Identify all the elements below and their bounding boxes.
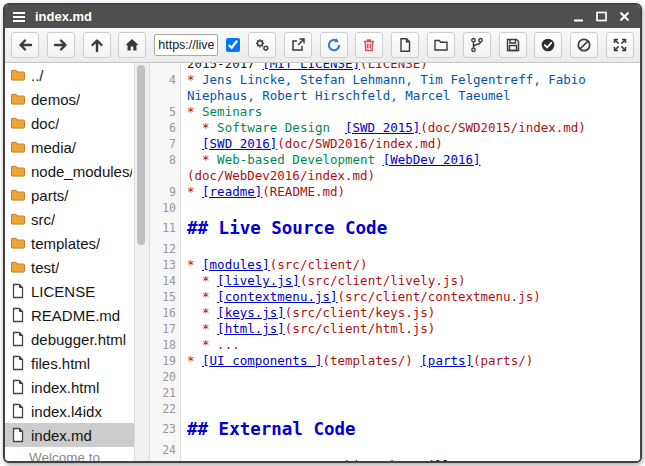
file-name: media/: [31, 139, 76, 156]
url-input[interactable]: [154, 34, 218, 56]
menu-icon[interactable]: [12, 11, 26, 23]
arrow-right-icon: [53, 37, 69, 53]
line-number: 11: [150, 216, 176, 241]
file-list-item-doc[interactable]: doc/: [5, 111, 134, 135]
line-number: 10: [150, 200, 176, 216]
code-line[interactable]: 18 * ...: [150, 337, 640, 353]
cancel-button[interactable]: [570, 32, 598, 58]
open-external-button[interactable]: [284, 32, 312, 58]
code-line[interactable]: 13* [modules](src/client/): [150, 257, 640, 273]
sidebar-scrollbar-thumb[interactable]: [137, 65, 145, 245]
minimize-button[interactable]: [572, 10, 585, 23]
code-editor[interactable]: 2015-2017 [MIT LICENSE](LICENSE)4* Jens …: [150, 63, 640, 461]
file-list-item-index-md[interactable]: index.md: [5, 423, 134, 447]
code-line[interactable]: 25We try to reuse something that will: [150, 458, 640, 461]
file-name: index.html: [31, 379, 99, 396]
file-list-item-node-modules[interactable]: node_modules/: [5, 159, 134, 183]
check-circle-icon: [540, 37, 556, 53]
line-number: 15: [150, 289, 176, 305]
code-line[interactable]: 6 * Software Design [SWD 2015](doc/SWD20…: [150, 120, 640, 136]
file-list-item-test[interactable]: test/: [5, 255, 134, 279]
expand-icon: [612, 37, 628, 53]
code-line[interactable]: 14 * [lively.js](src/client/lively.js): [150, 273, 640, 289]
save-button[interactable]: [499, 32, 527, 58]
code-line[interactable]: 12: [150, 241, 640, 257]
file-list-item-debugger-html[interactable]: debugger.html: [5, 327, 134, 351]
back-button[interactable]: [11, 32, 39, 58]
code-line[interactable]: 20: [150, 369, 640, 385]
up-button[interactable]: [83, 32, 111, 58]
file-list-item-parts[interactable]: parts/: [5, 183, 134, 207]
line-number: 25: [150, 458, 176, 461]
code-line-text: * [lively.js](src/client/lively.js): [187, 273, 465, 288]
accept-button[interactable]: [534, 32, 562, 58]
code-line[interactable]: 11## Live Source Code: [150, 216, 640, 241]
forward-button[interactable]: [47, 32, 75, 58]
close-icon: [621, 13, 629, 21]
code-line-text: * Seminars: [187, 104, 262, 119]
code-line[interactable]: 8 * Web-based Development [WebDev 2016]: [150, 152, 640, 168]
code-line[interactable]: 24: [150, 442, 640, 458]
code-line[interactable]: 17 * [html.js](src/client/html.js): [150, 321, 640, 337]
line-number: 9: [150, 184, 176, 200]
code-line-text: ## External Code: [187, 419, 356, 439]
maximize-button[interactable]: [595, 10, 608, 23]
file-list-item-readme-md[interactable]: README.md: [5, 303, 134, 327]
window-controls: [572, 10, 633, 23]
code-line[interactable]: 16 * [keys.js](src/client/keys.js): [150, 305, 640, 321]
line-number: 19: [150, 353, 176, 369]
file-list-item-media[interactable]: media/: [5, 135, 134, 159]
line-number: 20: [150, 369, 176, 385]
titlebar[interactable]: index.md: [5, 5, 640, 28]
file-list-item-demos[interactable]: demos/: [5, 87, 134, 111]
code-line[interactable]: (doc/WebDev2016/index.md): [150, 168, 640, 184]
line-number: 13: [150, 257, 176, 273]
file-name: parts/: [31, 187, 69, 204]
toolbar: [5, 28, 640, 63]
code-line[interactable]: 9* [readme](README.md): [150, 184, 640, 200]
home-button[interactable]: [118, 32, 146, 58]
file-name: LICENSE: [31, 283, 95, 300]
expand-button[interactable]: [606, 32, 634, 58]
refresh-button[interactable]: [320, 32, 348, 58]
file-list-item-[interactable]: ../: [5, 63, 134, 87]
close-button[interactable]: [618, 10, 631, 23]
line-number: 12: [150, 241, 176, 257]
code-line[interactable]: 7 [SWD 2016](doc/SWD2016/index.md): [150, 136, 640, 152]
file-name: files.html: [31, 355, 90, 372]
floppy-save-icon: [505, 37, 521, 53]
sidebar-scrollbar[interactable]: [134, 63, 150, 461]
code-line[interactable]: 15 * [contextmenu.js](src/client/context…: [150, 289, 640, 305]
file-list-item-index-html[interactable]: index.html: [5, 375, 134, 399]
line-number: 17: [150, 321, 176, 337]
code-line-text: * ...: [187, 337, 240, 352]
folder-outline-icon: [433, 37, 449, 53]
code-line[interactable]: 4* Jens Lincke, Stefan Lehmann, Tim Felg…: [150, 72, 640, 88]
new-folder-button[interactable]: [427, 32, 455, 58]
folder-icon: [10, 187, 26, 203]
versions-button[interactable]: [463, 32, 491, 58]
deps-checkbox[interactable]: [226, 38, 240, 52]
file-list-item-files-html[interactable]: files.html: [5, 351, 134, 375]
code-line[interactable]: 5* Seminars: [150, 104, 640, 120]
file-list-item-src[interactable]: src/: [5, 207, 134, 231]
line-number: 18: [150, 337, 176, 353]
code-line[interactable]: 19* [UI components ](templates/) [parts]…: [150, 353, 640, 369]
file-list-item-templates[interactable]: templates/: [5, 231, 134, 255]
code-line[interactable]: 22: [150, 401, 640, 417]
line-number: 4: [150, 72, 176, 88]
new-file-button[interactable]: [391, 32, 419, 58]
file-list: ../ demos/ doc/ media/ node_modules/ par…: [5, 63, 134, 461]
code-line[interactable]: 23## External Code: [150, 417, 640, 442]
code-line[interactable]: 21: [150, 385, 640, 401]
trash-button[interactable]: [355, 32, 383, 58]
line-number: 24: [150, 442, 176, 458]
settings-button[interactable]: [248, 32, 276, 58]
code-line[interactable]: 10: [150, 200, 640, 216]
code-line[interactable]: 2015-2017 [MIT LICENSE](LICENSE): [150, 63, 640, 72]
file-icon: [10, 403, 26, 419]
file-name: ../: [31, 67, 44, 84]
file-list-item-index-l4idx[interactable]: index.l4idx: [5, 399, 134, 423]
file-list-item-license[interactable]: LICENSE: [5, 279, 134, 303]
code-line[interactable]: Niephaus, Robert Hirschfeld, Marcel Taeu…: [150, 88, 640, 104]
